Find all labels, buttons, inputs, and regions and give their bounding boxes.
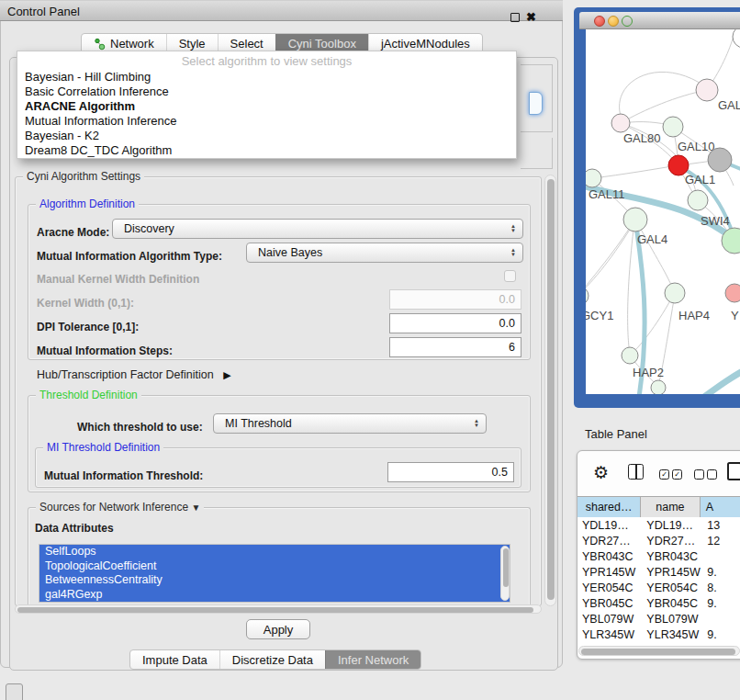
table-cell[interactable]: YDR27… [642, 533, 702, 548]
table-hscrollbar[interactable] [578, 646, 740, 656]
table-cell[interactable]: YBR045C [577, 595, 642, 611]
node-label: GAL [718, 98, 740, 112]
table-cell[interactable] [702, 611, 740, 627]
scrollbar-thumb[interactable] [547, 179, 555, 600]
algorithm-option[interactable]: Mutual Information Inference [17, 114, 516, 129]
network-node[interactable] [708, 148, 732, 172]
network-node[interactable] [665, 283, 685, 303]
table-cell[interactable]: 12 [702, 533, 740, 548]
mi-type-combo[interactable]: Naive Bayes ▲▼ [246, 243, 523, 263]
zoom-traffic-light[interactable] [622, 16, 633, 27]
table-cell[interactable]: YPR145W [577, 564, 642, 580]
tab-discretize-data[interactable]: Discretize Data [219, 650, 325, 669]
algorithm-option[interactable]: Dream8 DC_TDC Algorithm [17, 143, 516, 158]
table-cell[interactable]: YLR345W [577, 627, 642, 642]
close-traffic-light[interactable] [594, 16, 605, 27]
algorithm-option[interactable]: ARACNE Algorithm [17, 99, 516, 114]
network-canvas[interactable]: GALGAL80GAL10GAL1GAL11SWI4GAL4GCY1HAP4YH… [586, 29, 740, 394]
network-node[interactable] [725, 284, 740, 302]
data-attribute-item[interactable]: gal4RGexp [39, 588, 510, 603]
network-tab-icon [94, 38, 106, 51]
table-cell[interactable]: YDL19… [642, 517, 702, 533]
node-label: HAP2 [633, 366, 664, 379]
table-row[interactable]: YBL079WYBL079W [577, 611, 740, 627]
deselect-all-checks-icon[interactable] [694, 469, 717, 480]
data-attribute-item[interactable]: TopologicalCoefficient [39, 559, 510, 574]
settings-vscrollbar[interactable] [544, 175, 556, 606]
table-cell[interactable]: YER054C [642, 580, 702, 595]
gear-icon[interactable]: ⚙ [593, 462, 609, 483]
table-cell[interactable]: YLR345W [642, 627, 702, 642]
tab-infer-network[interactable]: Infer Network [325, 650, 420, 669]
select-all-checks-icon[interactable]: ✓ ✓ [659, 469, 682, 480]
column-header-name[interactable]: name [641, 497, 700, 517]
table-cell[interactable]: 8. [702, 580, 740, 595]
attributes-list-scrollbar[interactable] [500, 546, 510, 601]
table-row[interactable]: YBR043CYBR043C [577, 548, 740, 564]
table-cell[interactable]: YBR045C [642, 595, 702, 611]
algorithm-option[interactable]: Basic Correlation Inference [17, 85, 516, 99]
scrollbar-thumb[interactable] [581, 649, 735, 655]
network-node[interactable] [611, 114, 630, 132]
kernel-width-field[interactable]: 0.0 [389, 289, 521, 310]
network-node[interactable] [696, 79, 718, 101]
table-row[interactable]: YDR27…YDR27…12 [577, 533, 740, 548]
table-cell[interactable]: 9. [702, 564, 740, 580]
network-node[interactable] [651, 380, 666, 394]
network-node[interactable] [663, 117, 683, 137]
tab-label: jActiveMNodules [381, 37, 470, 51]
tab-impute-data[interactable]: Impute Data [130, 650, 219, 669]
which-threshold-combo[interactable]: MI Threshold ▲▼ [213, 413, 487, 434]
minimize-traffic-light[interactable] [608, 16, 619, 27]
new-table-icon[interactable] [727, 462, 740, 480]
table-cell[interactable]: YBR043C [577, 548, 642, 564]
table-cell[interactable]: YBL079W [642, 611, 702, 627]
mi-steps-field[interactable]: 6 [389, 337, 521, 357]
network-node[interactable] [733, 29, 740, 48]
table-cell[interactable] [702, 548, 740, 564]
mi-threshold-field[interactable]: 0.5 [387, 462, 514, 482]
dpi-tolerance-field[interactable]: 0.0 [389, 313, 521, 333]
table-cell[interactable]: 9. [702, 595, 740, 611]
column-layout-icon[interactable] [628, 464, 644, 480]
table-cell[interactable]: YER054C [577, 580, 642, 595]
table-row[interactable]: YDL19…YDL19…13 [577, 517, 740, 533]
scrollbar-thumb[interactable] [17, 607, 533, 613]
float-window-icon[interactable] [510, 13, 520, 22]
table-row[interactable]: YLR345WYLR345W9. [577, 627, 740, 642]
column-header-clipped[interactable]: A [701, 497, 740, 517]
table-row[interactable]: YPR145WYPR145W9. [577, 564, 740, 580]
table-cell[interactable]: YBR043C [642, 548, 702, 564]
table-cell[interactable]: YDR27… [577, 533, 642, 548]
data-attribute-item[interactable]: BetweennessCentrality [39, 573, 510, 588]
scrollbar-thumb[interactable] [503, 548, 509, 587]
close-icon[interactable]: ✖ [526, 10, 536, 24]
network-node[interactable] [586, 287, 589, 305]
network-node[interactable] [688, 190, 708, 210]
table-cell[interactable]: YPR145W [642, 564, 702, 580]
table-cell[interactable]: YBL079W [577, 611, 642, 627]
algorithm-option[interactable]: Bayesian - K2 [17, 129, 516, 143]
network-node[interactable] [586, 169, 601, 187]
table-row[interactable]: YER054CYER054C8. [577, 580, 740, 595]
apply-button[interactable]: Apply [246, 619, 310, 639]
network-window-titlebar[interactable] [579, 12, 740, 29]
column-header-shared-name[interactable]: shared… [577, 497, 641, 517]
cyni-bottom-tabs: Impute Data Discretize Data Infer Networ… [129, 649, 421, 670]
table-cell[interactable]: 9. [702, 627, 740, 642]
node-label: GCY1 [586, 309, 613, 322]
floating-panel-icon[interactable] [6, 683, 23, 700]
data-attribute-item[interactable]: SelfLoops [39, 545, 510, 559]
table-row[interactable]: YBR045CYBR045C9. [577, 595, 740, 611]
settings-hscrollbar[interactable] [15, 604, 542, 614]
manual-kernel-checkbox[interactable] [504, 270, 516, 282]
data-attributes-list[interactable]: SelfLoopsTopologicalCoefficientBetweenne… [39, 544, 510, 603]
network-node[interactable] [623, 208, 647, 231]
hub-definition-expander[interactable]: Hub/Transcription Factor Definition ▶ [37, 366, 231, 382]
table-cell[interactable]: 13 [702, 517, 740, 533]
sources-collapse-toggle[interactable]: Sources for Network Inference ▼ [36, 501, 204, 514]
network-node[interactable] [622, 347, 638, 364]
aracne-mode-combo[interactable]: Discovery ▲▼ [112, 219, 523, 239]
table-cell[interactable]: YDL19… [577, 517, 642, 533]
algorithm-option[interactable]: Bayesian - Hill Climbing [17, 70, 516, 85]
